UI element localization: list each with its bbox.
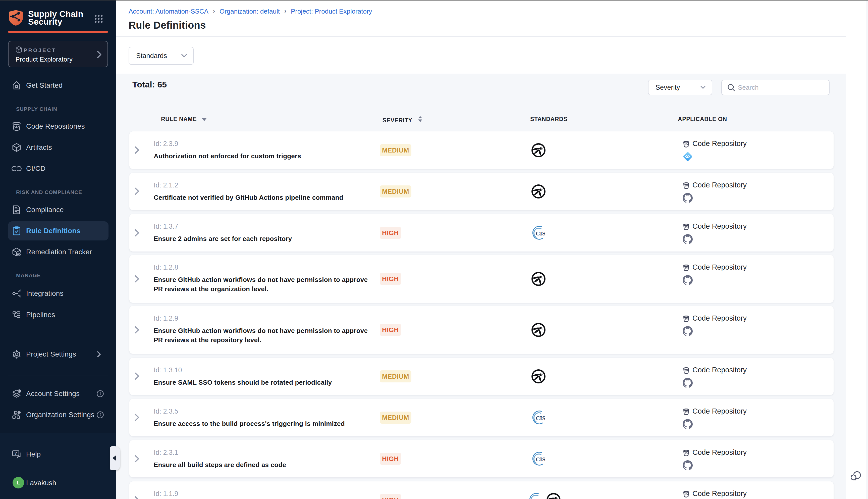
svg-text:?: ? [15, 451, 17, 456]
